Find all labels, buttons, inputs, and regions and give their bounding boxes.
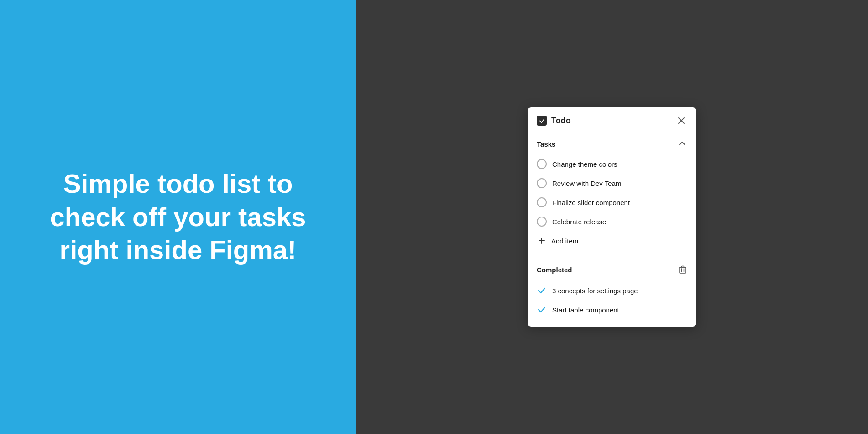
left-panel: Simple todo list to check off your tasks… (0, 0, 356, 434)
completed-item-1: Start table component (537, 300, 687, 319)
add-item-row[interactable]: Add item (537, 231, 687, 253)
completed-label-1: Start table component (552, 306, 619, 314)
completed-title: Completed (537, 266, 572, 274)
task-checkbox-0[interactable] (537, 159, 547, 169)
task-item[interactable]: Change theme colors (537, 154, 687, 174)
todo-widget: Todo Tasks Chang (528, 107, 696, 327)
task-item[interactable]: Review with Dev Team (537, 174, 687, 193)
tasks-section-title: Tasks (537, 140, 555, 148)
widget-header-left: Todo (537, 116, 571, 126)
collapse-tasks-button[interactable] (677, 140, 687, 148)
add-icon (537, 236, 547, 246)
task-item[interactable]: Celebrate release (537, 212, 687, 231)
task-checkbox-1[interactable] (537, 178, 547, 188)
task-checkbox-2[interactable] (537, 197, 547, 207)
check-icon-0 (537, 286, 547, 296)
right-panel: Todo Tasks Chang (356, 0, 868, 434)
completed-section: Completed 3 concept (528, 257, 696, 327)
task-label-3: Celebrate release (552, 218, 606, 226)
delete-completed-button[interactable] (678, 265, 687, 275)
add-item-label: Add item (551, 237, 578, 245)
task-checkbox-3[interactable] (537, 217, 547, 227)
task-item[interactable]: Finalize slider component (537, 193, 687, 212)
completed-label-0: 3 concepts for settings page (552, 287, 638, 295)
trash-icon (679, 265, 686, 274)
close-button[interactable] (675, 116, 687, 126)
task-label-0: Change theme colors (552, 160, 617, 168)
collapse-icon (678, 141, 686, 147)
task-label-1: Review with Dev Team (552, 180, 621, 187)
widget-header: Todo (528, 107, 696, 132)
svg-rect-4 (680, 267, 686, 273)
completed-item-0: 3 concepts for settings page (537, 281, 687, 300)
tasks-section: Tasks Change theme colors Review with De… (528, 132, 696, 257)
close-icon (677, 116, 685, 125)
todo-logo-icon (537, 116, 547, 126)
check-icon-1 (537, 305, 547, 315)
headline: Simple todo list to check off your tasks… (27, 167, 329, 267)
widget-title: Todo (551, 116, 571, 126)
tasks-section-header: Tasks (537, 140, 687, 148)
task-label-2: Finalize slider component (552, 199, 630, 206)
completed-header: Completed (537, 265, 687, 275)
